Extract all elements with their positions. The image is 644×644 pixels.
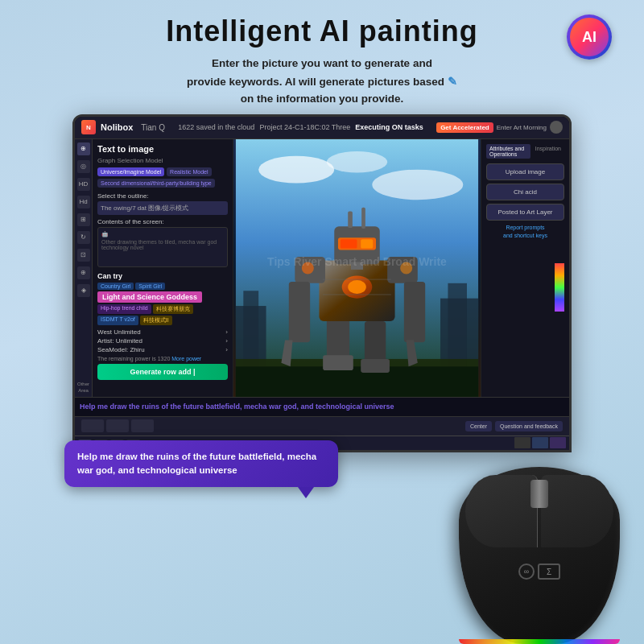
app-logo-text: N [86, 124, 91, 131]
color-swatch-bar [555, 263, 564, 312]
bottom-buttons: Center Question and feedback [465, 421, 563, 431]
chi-acid-label: Chi acid [514, 188, 537, 196]
outline-select[interactable]: The owing/7 dat 图像/提示模式 [97, 201, 228, 215]
prompt-input-bar: Help me draw the ruins of the future bat… [75, 397, 569, 416]
header-right: Get Accelerated Enter Art Morning [436, 121, 563, 134]
mouse-logo: ∞ Σ [518, 564, 560, 580]
center-button[interactable]: Center [465, 421, 492, 431]
sidebar-icon-1[interactable]: ⊕ [77, 142, 90, 155]
panel-title: Text to image [97, 144, 228, 154]
panel-subtitle: Graph Selection Model [97, 157, 228, 164]
more-power-link[interactable]: More power [171, 356, 201, 361]
generate-button[interactable]: Generate row add | [97, 364, 228, 380]
right-tab-inspiration[interactable]: Inspiration [532, 144, 564, 159]
taskbar-thumbnails [81, 419, 465, 432]
get-accelerated-button[interactable]: Get Accelerated [436, 122, 493, 133]
monitor-screen: N Nolibox Tian Q 1622 saved in the cloud… [75, 117, 569, 450]
monitor-wrapper: N Nolibox Tian Q 1622 saved in the cloud… [0, 114, 644, 452]
remaining-power-text: The remaining power is 1320 [97, 356, 170, 361]
can-try-label: Can try [97, 272, 228, 280]
ai-badge: AI [567, 14, 612, 60]
svg-rect-19 [289, 282, 310, 342]
ai-badge-text: AI [582, 29, 597, 46]
dropdown-artist-label: Artist: Unlimited [97, 337, 142, 345]
style-hiphop[interactable]: Hip-hop trend child [97, 304, 151, 314]
ai-badge-inner: AI [570, 18, 609, 56]
sidebar-icon-hd[interactable]: HD [77, 178, 90, 191]
sidebar-icon-box[interactable]: ⊡ [77, 249, 90, 262]
header-executing: Executing ON tasks [355, 123, 423, 131]
contents-label: Contents of the screen: [97, 218, 228, 225]
page-subtitle: Enter the picture you want to generate a… [16, 55, 628, 108]
style-tags: Country Girl Spirit Girl Light and Scien… [97, 283, 228, 325]
speech-bubble: Help me draw the ruins of the future bat… [64, 440, 338, 488]
thumb-1[interactable] [81, 419, 104, 432]
model-tag-realistic[interactable]: Realistic Model [167, 167, 211, 176]
remaining-power: The remaining power is 1320 More power [97, 356, 228, 361]
sidebar-other-area-label: Other Area [75, 382, 92, 393]
dropdown-artist-arrow: › [225, 337, 228, 345]
dropdown-artist[interactable]: Artist: Unlimited › [97, 337, 228, 345]
upload-image-button[interactable]: Upload image [486, 163, 564, 180]
svg-point-2 [372, 169, 463, 200]
dropdown-west-label: West Unlimited [97, 328, 141, 336]
sidebar-icon-grid[interactable]: ⊞ [77, 213, 90, 226]
color-swatches [486, 239, 564, 312]
style-isdmt[interactable]: ISDMT T v2of [97, 316, 138, 325]
sidebar-icon-hd2[interactable]: Hd [77, 196, 90, 208]
question-feedback-button[interactable]: Question and feedback [495, 421, 563, 431]
mouse-rgb-light [459, 639, 620, 644]
thumb-3[interactable] [131, 419, 154, 432]
app-logo: N [81, 120, 96, 134]
enter-art-label: Enter Art Morning [497, 124, 547, 131]
prompt-textarea[interactable]: 🤖 Other drawing themes to tiled, mecha w… [97, 227, 228, 267]
sidebar-icon-2[interactable]: ◎ [77, 160, 90, 173]
model-tag-2d[interactable]: Second dimensional/third-party/building … [97, 179, 215, 188]
header-cloud-save: 1622 saved in the cloud [178, 123, 254, 131]
user-avatar [550, 121, 563, 134]
posted-art-layer-button[interactable]: Posted to Art Layer [486, 204, 564, 221]
page-title: Intelligent AI painting [16, 14, 628, 48]
sidebar-icon-other[interactable]: ◈ [77, 284, 90, 297]
header-project: Project 24-C1-18C:02 Three [259, 123, 350, 131]
style-light-science[interactable]: Light and Science Goddess [97, 291, 202, 303]
prompt-placeholder-text: Other drawing themes to tiled, mecha war… [101, 239, 224, 250]
model-options: Universe/lmagine Model Realistic Model S… [97, 167, 228, 188]
style-country-girl[interactable]: Country Girl [97, 283, 134, 290]
thumb-2[interactable] [106, 419, 129, 432]
sidebar-icon-add[interactable]: ⊕ [77, 266, 90, 279]
app-header: N Nolibox Tian Q 1622 saved in the cloud… [75, 117, 569, 139]
svg-point-3 [327, 151, 387, 172]
mech-illustration [233, 139, 481, 397]
left-panel: Text to image Graph Selection Model Univ… [93, 139, 233, 397]
style-tech[interactable]: 科技模式II [140, 316, 172, 325]
dropdown-seamodel[interactable]: SeaModel: Zhiru › [97, 346, 228, 353]
style-cyber[interactable]: 科技赛博朋克 [153, 304, 193, 314]
report-prompts-link[interactable]: Report promptsand shortcut keys [486, 224, 564, 240]
dropdown-west[interactable]: West Unlimited › [97, 328, 228, 336]
mouse-left-button[interactable] [465, 475, 538, 547]
app-bottom: Center Question and feedback [75, 416, 569, 436]
prompt-input-text[interactable]: Help me draw the ruins of the future bat… [80, 402, 394, 411]
svg-rect-28 [361, 207, 365, 228]
svg-rect-20 [404, 282, 425, 342]
mouse-scroll-wheel[interactable] [530, 480, 548, 508]
prompt-emoji: 🤖 [101, 231, 224, 237]
posted-art-layer-label: Posted to Art Layer [497, 208, 552, 216]
app-name-label: Nolibox [101, 122, 133, 132]
chi-acid-button[interactable]: Chi acid [486, 184, 564, 200]
dropdown-seamodel-arrow: › [225, 346, 228, 353]
app-body: ⊕ ◎ HD Hd ⊞ ↻ ⊡ ⊕ ◈ Other Area Text to i… [75, 139, 569, 397]
svg-rect-26 [361, 239, 373, 248]
model-tag-universe[interactable]: Universe/lmagine Model [97, 167, 164, 176]
mouse-right-button[interactable] [541, 475, 613, 547]
svg-point-1 [258, 155, 334, 183]
svg-rect-25 [341, 239, 357, 248]
header-user: Tian Q [141, 123, 165, 132]
sidebar-icon-refresh[interactable]: ↻ [77, 231, 90, 244]
style-spirit-girl[interactable]: Spirit Girl [135, 283, 165, 290]
svg-rect-13 [361, 359, 390, 373]
right-tab-attributes[interactable]: Attributes and Operations [486, 144, 530, 159]
dropdown-west-arrow: › [225, 328, 228, 336]
speech-bubble-text: Help me draw the ruins of the future bat… [77, 452, 316, 475]
